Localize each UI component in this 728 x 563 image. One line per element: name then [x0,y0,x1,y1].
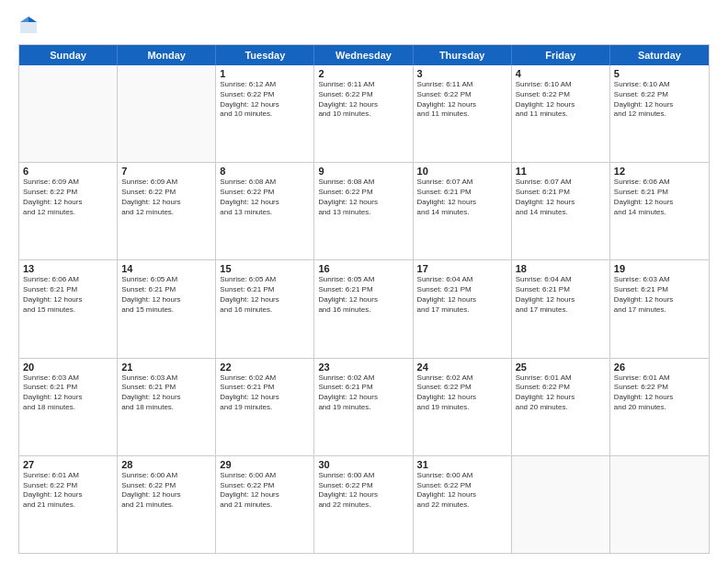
day-number: 23 [318,362,408,373]
calendar-cell [610,456,709,553]
day-number: 30 [318,459,408,470]
calendar-cell [118,65,216,162]
day-header-sunday: Sunday [19,45,118,65]
cell-daylight-info: Sunrise: 6:12 AM Sunset: 6:22 PM Dayligh… [220,80,310,120]
day-number: 29 [220,459,310,470]
cell-daylight-info: Sunrise: 6:03 AM Sunset: 6:21 PM Dayligh… [614,275,705,315]
day-number: 31 [417,459,507,470]
cell-daylight-info: Sunrise: 6:07 AM Sunset: 6:21 PM Dayligh… [516,178,606,217]
calendar-cell: 3Sunrise: 6:11 AM Sunset: 6:22 PM Daylig… [414,65,512,162]
day-number: 15 [220,263,310,274]
cell-daylight-info: Sunrise: 6:05 AM Sunset: 6:21 PM Dayligh… [121,275,211,315]
cell-daylight-info: Sunrise: 6:09 AM Sunset: 6:22 PM Dayligh… [23,178,113,217]
day-number: 8 [220,166,310,177]
calendar-cell: 2Sunrise: 6:11 AM Sunset: 6:22 PM Daylig… [314,65,413,162]
calendar-cell: 13Sunrise: 6:06 AM Sunset: 6:21 PM Dayli… [19,260,118,357]
svg-marker-2 [20,17,28,22]
calendar-cell: 12Sunrise: 6:06 AM Sunset: 6:21 PM Dayli… [610,163,709,259]
day-number: 21 [121,362,211,373]
day-number: 16 [318,263,408,274]
calendar-cell: 1Sunrise: 6:12 AM Sunset: 6:22 PM Daylig… [216,65,314,162]
day-number: 20 [23,362,113,373]
calendar-cell: 11Sunrise: 6:07 AM Sunset: 6:21 PM Dayli… [512,163,610,259]
calendar-cell: 25Sunrise: 6:01 AM Sunset: 6:22 PM Dayli… [512,359,610,455]
calendar: SundayMondayTuesdayWednesdayThursdayFrid… [18,44,710,554]
day-number: 2 [318,68,408,79]
calendar-week-5: 27Sunrise: 6:01 AM Sunset: 6:22 PM Dayli… [19,456,709,553]
day-header-wednesday: Wednesday [314,45,413,65]
day-header-thursday: Thursday [414,45,512,65]
day-header-saturday: Saturday [610,45,709,65]
cell-daylight-info: Sunrise: 6:03 AM Sunset: 6:21 PM Dayligh… [121,373,211,413]
calendar-cell: 16Sunrise: 6:05 AM Sunset: 6:21 PM Dayli… [314,260,413,357]
day-number: 7 [121,166,211,177]
calendar-week-4: 20Sunrise: 6:03 AM Sunset: 6:21 PM Dayli… [19,359,709,456]
calendar-cell: 14Sunrise: 6:05 AM Sunset: 6:21 PM Dayli… [118,260,216,357]
calendar-cell: 28Sunrise: 6:00 AM Sunset: 6:22 PM Dayli… [118,456,216,553]
cell-daylight-info: Sunrise: 6:08 AM Sunset: 6:22 PM Dayligh… [318,178,408,217]
calendar-cell: 8Sunrise: 6:08 AM Sunset: 6:22 PM Daylig… [216,163,314,259]
day-number: 26 [614,362,705,373]
cell-daylight-info: Sunrise: 6:00 AM Sunset: 6:22 PM Dayligh… [318,471,408,511]
calendar-cell: 31Sunrise: 6:00 AM Sunset: 6:22 PM Dayli… [414,456,512,553]
cell-daylight-info: Sunrise: 6:08 AM Sunset: 6:22 PM Dayligh… [220,178,310,217]
calendar-cell: 26Sunrise: 6:01 AM Sunset: 6:22 PM Dayli… [610,359,709,455]
cell-daylight-info: Sunrise: 6:04 AM Sunset: 6:21 PM Dayligh… [516,275,606,315]
calendar-cell: 7Sunrise: 6:09 AM Sunset: 6:22 PM Daylig… [118,163,216,259]
day-header-friday: Friday [512,45,610,65]
calendar-cell: 27Sunrise: 6:01 AM Sunset: 6:22 PM Dayli… [19,456,118,553]
cell-daylight-info: Sunrise: 6:00 AM Sunset: 6:22 PM Dayligh… [121,471,211,511]
calendar-header: SundayMondayTuesdayWednesdayThursdayFrid… [19,45,709,65]
logo-icon [18,15,39,35]
calendar-body: 1Sunrise: 6:12 AM Sunset: 6:22 PM Daylig… [19,65,709,553]
day-number: 1 [220,68,310,79]
day-number: 10 [417,166,507,177]
calendar-cell: 15Sunrise: 6:05 AM Sunset: 6:21 PM Dayli… [216,260,314,357]
calendar-cell: 10Sunrise: 6:07 AM Sunset: 6:21 PM Dayli… [414,163,512,259]
calendar-cell: 6Sunrise: 6:09 AM Sunset: 6:22 PM Daylig… [19,163,118,259]
calendar-cell: 19Sunrise: 6:03 AM Sunset: 6:21 PM Dayli… [610,260,709,357]
calendar-cell: 20Sunrise: 6:03 AM Sunset: 6:21 PM Dayli… [19,359,118,455]
day-header-tuesday: Tuesday [216,45,314,65]
cell-daylight-info: Sunrise: 6:01 AM Sunset: 6:22 PM Dayligh… [614,373,705,413]
calendar-cell: 24Sunrise: 6:02 AM Sunset: 6:22 PM Dayli… [414,359,512,455]
calendar-cell [512,456,610,553]
day-number: 17 [417,263,507,274]
calendar-cell: 23Sunrise: 6:02 AM Sunset: 6:21 PM Dayli… [314,359,413,455]
logo [18,15,42,35]
day-number: 14 [121,263,211,274]
cell-daylight-info: Sunrise: 6:07 AM Sunset: 6:21 PM Dayligh… [417,178,507,217]
cell-daylight-info: Sunrise: 6:11 AM Sunset: 6:22 PM Dayligh… [318,80,408,120]
calendar-week-2: 6Sunrise: 6:09 AM Sunset: 6:22 PM Daylig… [19,163,709,260]
cell-daylight-info: Sunrise: 6:00 AM Sunset: 6:22 PM Dayligh… [417,471,507,511]
day-number: 12 [614,166,705,177]
day-number: 6 [23,166,113,177]
calendar-cell: 18Sunrise: 6:04 AM Sunset: 6:21 PM Dayli… [512,260,610,357]
calendar-cell: 9Sunrise: 6:08 AM Sunset: 6:22 PM Daylig… [314,163,413,259]
cell-daylight-info: Sunrise: 6:11 AM Sunset: 6:22 PM Dayligh… [417,80,507,120]
cell-daylight-info: Sunrise: 6:05 AM Sunset: 6:21 PM Dayligh… [220,275,310,315]
day-number: 27 [23,459,113,470]
cell-daylight-info: Sunrise: 6:06 AM Sunset: 6:21 PM Dayligh… [614,178,705,217]
day-number: 28 [121,459,211,470]
day-number: 25 [516,362,606,373]
day-number: 4 [516,68,606,79]
calendar-cell: 29Sunrise: 6:00 AM Sunset: 6:22 PM Dayli… [216,456,314,553]
calendar-week-3: 13Sunrise: 6:06 AM Sunset: 6:21 PM Dayli… [19,260,709,358]
calendar-cell: 30Sunrise: 6:00 AM Sunset: 6:22 PM Dayli… [314,456,413,553]
header [18,15,710,35]
cell-daylight-info: Sunrise: 6:09 AM Sunset: 6:22 PM Dayligh… [121,178,211,217]
cell-daylight-info: Sunrise: 6:02 AM Sunset: 6:21 PM Dayligh… [318,373,408,413]
cell-daylight-info: Sunrise: 6:01 AM Sunset: 6:22 PM Dayligh… [23,471,113,511]
day-header-monday: Monday [118,45,216,65]
cell-daylight-info: Sunrise: 6:03 AM Sunset: 6:21 PM Dayligh… [23,373,113,413]
calendar-cell: 17Sunrise: 6:04 AM Sunset: 6:21 PM Dayli… [414,260,512,357]
day-number: 19 [614,263,705,274]
cell-daylight-info: Sunrise: 6:02 AM Sunset: 6:21 PM Dayligh… [220,373,310,413]
day-number: 3 [417,68,507,79]
cell-daylight-info: Sunrise: 6:01 AM Sunset: 6:22 PM Dayligh… [516,373,606,413]
svg-marker-1 [28,17,37,22]
cell-daylight-info: Sunrise: 6:10 AM Sunset: 6:22 PM Dayligh… [614,80,705,120]
day-number: 13 [23,263,113,274]
day-number: 22 [220,362,310,373]
